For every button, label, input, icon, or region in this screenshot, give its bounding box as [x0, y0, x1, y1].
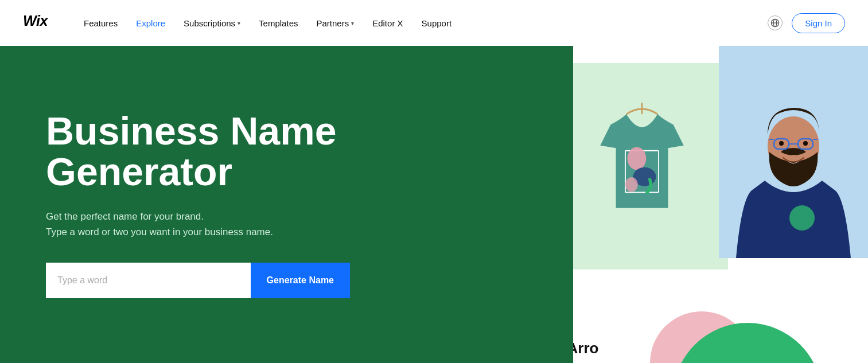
- hero-input-row: Generate Name: [46, 263, 350, 298]
- svg-point-19: [803, 141, 808, 146]
- nav-subscriptions[interactable]: Subscriptions ▾: [184, 18, 240, 28]
- generate-name-button[interactable]: Generate Name: [251, 263, 350, 298]
- nav-links: Features Explore Subscriptions ▾ Templat…: [84, 18, 768, 28]
- chevron-down-icon: ▾: [238, 20, 240, 26]
- person-photo: [719, 46, 868, 258]
- person-illustration: [719, 46, 868, 258]
- svg-point-10: [789, 205, 815, 231]
- nav-features[interactable]: Features: [84, 18, 118, 28]
- hero-right-panel: Arro: [573, 46, 868, 363]
- tshirt-card: [573, 63, 728, 270]
- sign-in-button[interactable]: Sign In: [792, 13, 845, 33]
- nav-support[interactable]: Support: [422, 18, 452, 28]
- nav-editor-x[interactable]: Editor X: [372, 18, 403, 28]
- hero-subtitle: Get the perfect name for your brand. Typ…: [46, 209, 527, 240]
- navbar: Wix Features Explore Subscriptions ▾ Tem…: [0, 0, 868, 46]
- svg-point-18: [779, 141, 784, 146]
- wix-logo[interactable]: Wix: [23, 13, 56, 33]
- language-icon[interactable]: [768, 15, 783, 30]
- chevron-down-icon: ▾: [351, 20, 354, 26]
- nav-right: Sign In: [768, 13, 845, 33]
- svg-point-8: [625, 177, 637, 192]
- word-input[interactable]: [46, 263, 251, 298]
- nav-explore[interactable]: Explore: [136, 18, 165, 28]
- svg-text:Wix: Wix: [23, 13, 49, 29]
- nav-templates[interactable]: Templates: [259, 18, 298, 28]
- hero-title: Business Name Generator: [46, 111, 367, 193]
- tshirt-svg: [585, 97, 699, 235]
- hero-left-panel: Business Name Generator Get the perfect …: [0, 46, 573, 363]
- photo-card: [719, 46, 868, 258]
- hero-section: Business Name Generator Get the perfect …: [0, 46, 868, 363]
- svg-point-6: [627, 147, 646, 170]
- nav-partners[interactable]: Partners ▾: [316, 18, 354, 28]
